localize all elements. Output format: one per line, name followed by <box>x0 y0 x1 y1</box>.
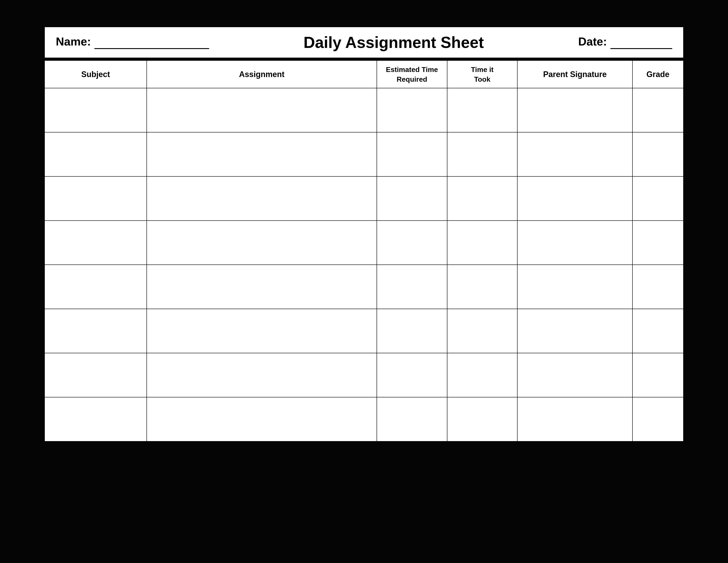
cell-assignment[interactable] <box>147 397 377 441</box>
table-row <box>45 397 684 441</box>
name-label: Name: <box>56 35 91 48</box>
name-underline <box>94 35 209 49</box>
cell-subject[interactable] <box>45 132 147 176</box>
cell-time-took[interactable] <box>447 132 518 176</box>
cell-estimated[interactable] <box>377 397 447 441</box>
cell-assignment[interactable] <box>147 309 377 353</box>
cell-parent-sig[interactable] <box>517 88 632 132</box>
cell-time-took[interactable] <box>447 397 518 441</box>
date-underline <box>610 35 672 49</box>
cell-assignment[interactable] <box>147 353 377 397</box>
name-section: Name: <box>56 35 209 50</box>
cell-subject[interactable] <box>45 88 147 132</box>
cell-time-took[interactable] <box>447 220 518 265</box>
cell-estimated[interactable] <box>377 309 447 353</box>
cell-subject[interactable] <box>45 353 147 397</box>
cell-grade[interactable] <box>632 265 684 309</box>
cell-subject[interactable] <box>45 265 147 309</box>
cell-time-took[interactable] <box>447 88 518 132</box>
cell-time-took[interactable] <box>447 353 518 397</box>
page-title: Daily Assignment Sheet <box>209 33 578 51</box>
cell-subject[interactable] <box>45 220 147 265</box>
col-header-subject: Subject <box>45 60 147 88</box>
date-section: Date: <box>578 35 672 50</box>
col-header-time-it-took: Time it Took <box>447 60 518 88</box>
col-header-grade: Grade <box>632 60 684 88</box>
cell-grade[interactable] <box>632 309 684 353</box>
col-header-estimated: Estimated Time Required <box>377 60 447 88</box>
page-container: Name: Daily Assignment Sheet Date: Subje… <box>44 26 684 563</box>
cell-parent-sig[interactable] <box>517 309 632 353</box>
cell-assignment[interactable] <box>147 265 377 309</box>
table-row <box>45 265 684 309</box>
cell-estimated[interactable] <box>377 88 447 132</box>
cell-time-took[interactable] <box>447 309 518 353</box>
cell-subject[interactable] <box>45 176 147 220</box>
cell-parent-sig[interactable] <box>517 397 632 441</box>
col-header-assignment: Assignment <box>147 60 377 88</box>
table-header-row: Subject Assignment Estimated Time Requir… <box>45 60 684 88</box>
assignment-table: Subject Assignment Estimated Time Requir… <box>44 60 684 442</box>
cell-grade[interactable] <box>632 132 684 176</box>
cell-grade[interactable] <box>632 176 684 220</box>
cell-subject[interactable] <box>45 397 147 441</box>
table-row <box>45 88 684 132</box>
cell-grade[interactable] <box>632 353 684 397</box>
cell-grade[interactable] <box>632 397 684 441</box>
cell-assignment[interactable] <box>147 132 377 176</box>
cell-subject[interactable] <box>45 309 147 353</box>
cell-estimated[interactable] <box>377 220 447 265</box>
table-row <box>45 309 684 353</box>
table-row <box>45 220 684 265</box>
cell-assignment[interactable] <box>147 176 377 220</box>
cell-estimated[interactable] <box>377 176 447 220</box>
date-label: Date: <box>578 35 607 48</box>
cell-grade[interactable] <box>632 88 684 132</box>
cell-estimated[interactable] <box>377 265 447 309</box>
cell-parent-sig[interactable] <box>517 132 632 176</box>
cell-assignment[interactable] <box>147 220 377 265</box>
cell-time-took[interactable] <box>447 176 518 220</box>
table-row <box>45 353 684 397</box>
cell-time-took[interactable] <box>447 265 518 309</box>
col-header-parent-signature: Parent Signature <box>517 60 632 88</box>
table-row <box>45 132 684 176</box>
cell-assignment[interactable] <box>147 88 377 132</box>
cell-grade[interactable] <box>632 220 684 265</box>
cell-parent-sig[interactable] <box>517 353 632 397</box>
header-box: Name: Daily Assignment Sheet Date: <box>44 26 684 58</box>
cell-parent-sig[interactable] <box>517 220 632 265</box>
cell-parent-sig[interactable] <box>517 265 632 309</box>
cell-estimated[interactable] <box>377 353 447 397</box>
table-row <box>45 176 684 220</box>
cell-estimated[interactable] <box>377 132 447 176</box>
cell-parent-sig[interactable] <box>517 176 632 220</box>
